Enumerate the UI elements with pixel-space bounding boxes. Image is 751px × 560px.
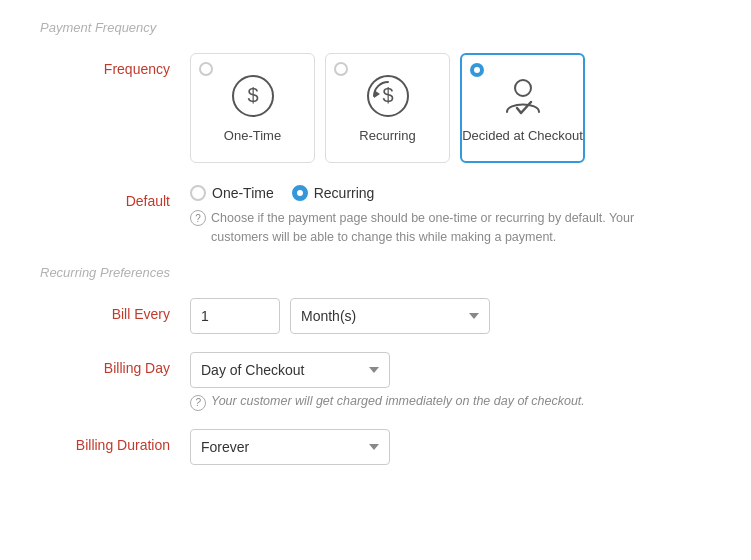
- bill-every-content: Month(s) Day(s) Week(s) Year(s): [190, 298, 721, 334]
- billing-duration-row: Billing Duration Forever Fixed Number of…: [30, 429, 721, 465]
- billing-duration-label: Billing Duration: [30, 429, 190, 453]
- radio-one-time: [199, 62, 213, 76]
- person-checkmark-icon: [499, 72, 547, 120]
- bill-every-inputs: Month(s) Day(s) Week(s) Year(s): [190, 298, 721, 334]
- frequency-cards-container: $ One-Time $ Recurring: [190, 53, 721, 167]
- svg-text:$: $: [247, 84, 258, 106]
- help-icon-billing-day: ?: [190, 395, 206, 411]
- default-label: Default: [30, 185, 190, 209]
- default-recurring-option[interactable]: Recurring: [292, 185, 375, 201]
- frequency-cards: $ One-Time $ Recurring: [190, 53, 721, 163]
- bill-every-label: Bill Every: [30, 298, 190, 322]
- radio-circle-one-time: [190, 185, 206, 201]
- frequency-row: Frequency $ One-Time $: [30, 53, 721, 167]
- billing-duration-content: Forever Fixed Number of Payments End Dat…: [190, 429, 721, 465]
- bill-every-period-select[interactable]: Month(s) Day(s) Week(s) Year(s): [290, 298, 490, 334]
- dollar-circle-icon: $: [229, 72, 277, 120]
- frequency-card-one-time[interactable]: $ One-Time: [190, 53, 315, 163]
- frequency-label: Frequency: [30, 53, 190, 77]
- recurring-preferences-section-label: Recurring Preferences: [40, 265, 721, 280]
- svg-marker-4: [374, 90, 380, 98]
- default-row: Default One-Time Recurring ? Choose if t…: [30, 185, 721, 247]
- frequency-recurring-label: Recurring: [359, 128, 415, 145]
- default-radio-group: One-Time Recurring: [190, 185, 721, 201]
- default-one-time-option[interactable]: One-Time: [190, 185, 274, 201]
- radio-decided-checkout: [470, 63, 484, 77]
- billing-day-select[interactable]: Day of Checkout 1st of Month 15th of Mon…: [190, 352, 390, 388]
- default-help-text-content: Choose if the payment page should be one…: [211, 209, 650, 247]
- default-content: One-Time Recurring ? Choose if the payme…: [190, 185, 721, 247]
- default-recurring-label: Recurring: [314, 185, 375, 201]
- frequency-one-time-label: One-Time: [224, 128, 281, 145]
- svg-text:$: $: [382, 84, 393, 106]
- billing-day-note: ? Your customer will get charged immedia…: [190, 394, 721, 411]
- billing-duration-select[interactable]: Forever Fixed Number of Payments End Dat…: [190, 429, 390, 465]
- billing-day-row: Billing Day Day of Checkout 1st of Month…: [30, 352, 721, 411]
- frequency-decided-checkout-label: Decided at Checkout: [462, 128, 583, 145]
- payment-frequency-section-label: Payment Frequency: [40, 20, 721, 35]
- frequency-card-decided-checkout[interactable]: Decided at Checkout: [460, 53, 585, 163]
- default-one-time-label: One-Time: [212, 185, 274, 201]
- svg-point-5: [515, 80, 531, 96]
- recurring-icon: $: [364, 72, 412, 120]
- radio-circle-recurring: [292, 185, 308, 201]
- default-help-text: ? Choose if the payment page should be o…: [190, 209, 650, 247]
- billing-day-note-text: Your customer will get charged immediate…: [211, 394, 585, 408]
- billing-day-label: Billing Day: [30, 352, 190, 376]
- radio-recurring: [334, 62, 348, 76]
- billing-day-content: Day of Checkout 1st of Month 15th of Mon…: [190, 352, 721, 411]
- bill-every-number-input[interactable]: [190, 298, 280, 334]
- frequency-card-recurring[interactable]: $ Recurring: [325, 53, 450, 163]
- bill-every-row: Bill Every Month(s) Day(s) Week(s) Year(…: [30, 298, 721, 334]
- help-icon-default: ?: [190, 210, 206, 226]
